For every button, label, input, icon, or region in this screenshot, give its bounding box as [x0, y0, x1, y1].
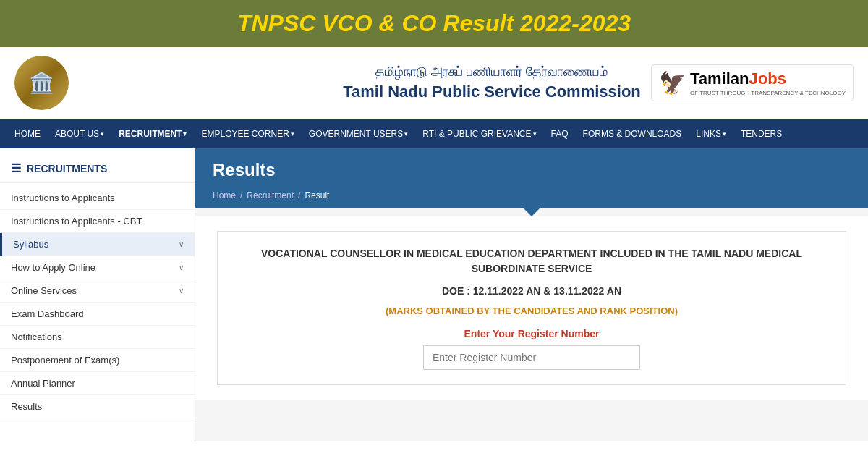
- register-number-label: Enter Your Register Number: [464, 328, 600, 339]
- results-triangle: [523, 208, 540, 216]
- sidebar-title-text: RECRUITMENTS: [27, 163, 107, 174]
- breadcrumb-current: Result: [305, 190, 329, 200]
- sidebar-item-online-services[interactable]: Online Services ∨: [0, 279, 195, 303]
- banner-title: TNPSC VCO & CO Result 2022-2023: [7, 10, 861, 37]
- result-doe: DOE : 12.11.2022 AN & 13.11.2022 AN: [232, 285, 831, 297]
- nav-recruitment[interactable]: RECRUITMENT ▾: [111, 119, 194, 148]
- syllabus-chevron: ∨: [179, 240, 184, 248]
- title-tamil: தமிழ்நாடு அரசுப் பணியாளர் தேர்வாணையம்: [333, 64, 651, 80]
- brand-name2: Jobs: [749, 69, 786, 88]
- result-card: VOCATIONAL COUNSELLOR IN MEDICAL EDUCATI…: [217, 231, 846, 385]
- sidebar-item-annual-planner[interactable]: Annual Planner: [0, 372, 195, 395]
- sidebar-item-how-to-apply[interactable]: How to Apply Online ∨: [0, 256, 195, 279]
- breadcrumb: Home / Recruitment / Result: [213, 186, 851, 208]
- results-header: Results Home / Recruitment / Result: [195, 148, 868, 208]
- result-title: VOCATIONAL COUNSELLOR IN MEDICAL EDUCATI…: [232, 246, 831, 276]
- recruitments-icon: ☰: [11, 161, 21, 175]
- top-banner: TNPSC VCO & CO Result 2022-2023: [0, 0, 868, 47]
- nav-links[interactable]: LINKS ▾: [689, 119, 733, 148]
- main-content: Results Home / Recruitment / Result VOCA…: [195, 148, 868, 441]
- brand-tagline: OF TRUST THROUGH TRANSPARENCY & TECHNOLO…: [690, 90, 846, 96]
- content-wrapper: ☰ RECRUITMENTS Instructions to Applicant…: [0, 148, 868, 441]
- results-body: VOCATIONAL COUNSELLOR IN MEDICAL EDUCATI…: [195, 216, 868, 400]
- brand-name1: Tamilan: [690, 69, 749, 88]
- sidebar-item-syllabus[interactable]: Syllabus ∨: [0, 233, 195, 256]
- recruitment-dropdown-arrow: ▾: [183, 130, 187, 138]
- online-services-chevron: ∨: [179, 287, 184, 295]
- tnpsc-logo: 🏛️: [14, 56, 69, 110]
- site-header: 🏛️ தமிழ்நாடு அரசுப் பணியாளர் தேர்வாணையம்…: [0, 47, 868, 119]
- sidebar: ☰ RECRUITMENTS Instructions to Applicant…: [0, 148, 195, 441]
- nav-forms[interactable]: FORMS & DOWNLOADS: [576, 119, 689, 148]
- results-heading: Results: [213, 160, 851, 180]
- rti-dropdown-arrow: ▾: [533, 130, 537, 138]
- sidebar-item-exam-dashboard[interactable]: Exam Dashboard: [0, 303, 195, 326]
- breadcrumb-sep2: /: [298, 190, 300, 200]
- nav-faq[interactable]: FAQ: [544, 119, 576, 148]
- nav-tenders[interactable]: TENDERS: [733, 119, 789, 148]
- nav-home[interactable]: HOME: [7, 119, 48, 148]
- brand-icon: 🦅: [659, 70, 686, 96]
- register-number-input[interactable]: [423, 345, 640, 370]
- nav-rti[interactable]: RTI & PUBLIC GRIEVANCE ▾: [415, 119, 543, 148]
- breadcrumb-home[interactable]: Home: [213, 190, 236, 200]
- sidebar-item-instructions-cbt[interactable]: Instructions to Applicants - CBT: [0, 210, 195, 233]
- about-dropdown-arrow: ▾: [101, 130, 104, 138]
- links-dropdown-arrow: ▾: [723, 130, 726, 138]
- nav-about[interactable]: ABOUT US ▾: [48, 119, 111, 148]
- sidebar-item-postponement[interactable]: Postponement of Exam(s): [0, 349, 195, 372]
- brand-logo: 🦅 TamilanJobs OF TRUST THROUGH TRANSPARE…: [651, 64, 854, 101]
- nav-employee-corner[interactable]: EMPLOYEE CORNER ▾: [194, 119, 301, 148]
- logo-area: 🏛️: [14, 56, 333, 110]
- nav-government-users[interactable]: GOVERNMENT USERS ▾: [302, 119, 415, 148]
- sidebar-item-notifications[interactable]: Notifications: [0, 326, 195, 349]
- sidebar-item-results[interactable]: Results: [0, 395, 195, 418]
- result-marks: (MARKS OBTAINED BY THE CANDIDATES AND RA…: [232, 305, 831, 316]
- how-to-apply-chevron: ∨: [179, 263, 184, 271]
- breadcrumb-recruitment[interactable]: Recruitment: [247, 190, 294, 200]
- title-english: Tamil Nadu Public Service Commission: [333, 83, 651, 101]
- sidebar-title: ☰ RECRUITMENTS: [0, 156, 195, 183]
- sidebar-item-instructions[interactable]: Instructions to Applicants: [0, 187, 195, 210]
- main-nav: HOME ABOUT US ▾ RECRUITMENT ▾ EMPLOYEE C…: [0, 119, 868, 148]
- title-area: தமிழ்நாடு அரசுப் பணியாளர் தேர்வாணையம் Ta…: [333, 64, 651, 101]
- employee-dropdown-arrow: ▾: [291, 130, 294, 138]
- breadcrumb-sep1: /: [240, 190, 242, 200]
- result-form: Enter Your Register Number: [232, 328, 831, 370]
- govusers-dropdown-arrow: ▾: [404, 130, 408, 138]
